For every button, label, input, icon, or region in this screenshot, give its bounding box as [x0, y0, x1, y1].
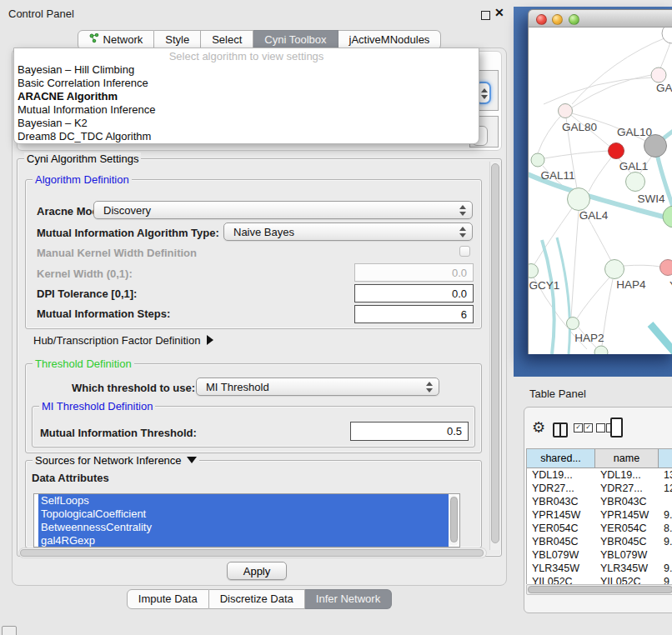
- network-edge[interactable]: [660, 42, 670, 68]
- network-view[interactable]: GALGAL80GAL10GAL1GAL11GAL4SWI4GCY1HAP4YH…: [528, 28, 672, 354]
- table-row[interactable]: YER054CYER054C8.: [527, 522, 672, 535]
- network-edge[interactable]: [544, 151, 609, 158]
- network-edge[interactable]: [534, 208, 572, 264]
- data-attributes-list[interactable]: SelfLoopsTopologicalCoefficientBetweenne…: [33, 493, 460, 548]
- data-attribute-item[interactable]: TopologicalCoefficient: [38, 508, 449, 521]
- mi-threshold-field[interactable]: 0.5: [350, 422, 469, 441]
- sources-group-title[interactable]: Sources for Network Inference: [33, 454, 199, 467]
- tab-discretize-data[interactable]: Discretize Data: [209, 589, 305, 609]
- close-traffic-light-icon[interactable]: [536, 14, 547, 25]
- network-node-label: HAP4: [616, 278, 646, 291]
- table-row[interactable]: YBR045CYBR045C9.: [527, 535, 672, 548]
- table-hscrollbar-thumb[interactable]: [528, 586, 672, 593]
- algorithm-popup-item[interactable]: Bayesian – K2: [14, 117, 479, 130]
- mi-type-label: Mutual Information Algorithm Type:: [37, 227, 219, 239]
- network-edge[interactable]: [544, 78, 652, 104]
- table-rows: YDL19...YDL19...13YDR27...YDR27...12YBR0…: [527, 468, 672, 584]
- network-node[interactable]: [605, 260, 624, 279]
- network-edge[interactable]: [542, 240, 554, 354]
- data-attribute-item[interactable]: SelfLoops: [38, 494, 449, 508]
- table-cell: 9: [659, 575, 672, 584]
- network-node-label: GAL11: [540, 169, 574, 182]
- table-column-header[interactable]: shared...: [527, 449, 595, 468]
- table-column-header[interactable]: name: [595, 449, 659, 468]
- table-row[interactable]: YBL079WYBL079W: [527, 548, 672, 562]
- algorithm-popup-item[interactable]: ARACNE Algorithm: [14, 90, 479, 103]
- network-window-titlebar[interactable]: [528, 9, 672, 28]
- settings-group-title: Cyni Algorithm Settings: [24, 152, 141, 165]
- select-all-checkbox-icon[interactable]: ✓: [574, 423, 583, 432]
- mi-type-value: Naive Bayes: [233, 226, 294, 238]
- float-window-icon[interactable]: [481, 11, 490, 20]
- mi-type-combo[interactable]: Naive Bayes: [223, 222, 473, 241]
- table-row[interactable]: YLR345WYLR345W9.: [527, 562, 672, 575]
- network-window[interactable]: GALGAL80GAL10GAL1GAL11GAL4SWI4GCY1HAP4YH…: [528, 9, 672, 354]
- network-node[interactable]: [663, 206, 672, 228]
- algorithm-popup-item[interactable]: Bayesian – Hill Climbing: [14, 63, 479, 77]
- data-attribute-item[interactable]: BetweennessCentrality: [38, 521, 449, 534]
- table-row[interactable]: YDL19...YDL19...13: [527, 468, 672, 482]
- table-panel-title: Table Panel: [529, 388, 586, 400]
- table-row[interactable]: YBR043CYBR043C: [527, 495, 672, 508]
- table-cell: YER054C: [527, 522, 595, 535]
- network-node[interactable]: [559, 104, 573, 118]
- network-edge[interactable]: [577, 278, 609, 318]
- node-table[interactable]: shared...nameA YDL19...YDL19...13YDR27..…: [526, 448, 672, 584]
- table-cell: 9.: [659, 508, 672, 522]
- network-edge[interactable]: [589, 157, 612, 192]
- table-row[interactable]: YDR27...YDR27...12: [527, 482, 672, 495]
- dpi-tolerance-field[interactable]: 0.0: [354, 284, 474, 302]
- manual-kernel-checkbox[interactable]: [459, 246, 470, 257]
- zoom-traffic-light-icon[interactable]: [569, 14, 579, 25]
- close-icon[interactable]: ✕: [494, 6, 504, 19]
- data-attribute-item[interactable]: gal4RGexp: [38, 534, 449, 548]
- table-cell: 12: [659, 482, 672, 495]
- settings-vscrollbar-thumb[interactable]: [491, 163, 499, 543]
- network-graph[interactable]: GALGAL80GAL10GAL1GAL11GAL4SWI4GCY1HAP4YH…: [529, 28, 672, 354]
- minimize-traffic-light-icon[interactable]: [552, 14, 563, 25]
- network-node[interactable]: [529, 264, 539, 278]
- table-row[interactable]: YIL052CYIL052C9: [527, 575, 672, 584]
- table-cell: YDR27...: [527, 482, 595, 495]
- kernel-width-field[interactable]: 0.0: [354, 263, 474, 282]
- network-node[interactable]: [609, 143, 624, 159]
- gear-icon[interactable]: ⚙: [532, 420, 545, 435]
- algorithm-popup-item[interactable]: Basic Correlation Inference: [14, 77, 479, 90]
- table-row[interactable]: YPR145WYPR145W9.: [527, 508, 672, 522]
- table-cell: YPR145W: [527, 508, 595, 522]
- network-node[interactable]: [660, 260, 672, 276]
- network-node-label: GAL: [656, 82, 672, 94]
- combo-arrows-icon: [459, 205, 466, 216]
- network-edge[interactable]: [650, 324, 672, 354]
- apply-button[interactable]: Apply: [227, 562, 287, 580]
- aracne-mode-combo[interactable]: Discovery: [93, 201, 473, 219]
- settings-hscrollbar-thumb[interactable]: [20, 549, 484, 557]
- column-layout-icon[interactable]: [553, 422, 568, 438]
- hub-definition-toggle[interactable]: Hub/Transcription Factor Definition: [33, 334, 213, 347]
- which-threshold-combo[interactable]: MI Threshold: [196, 378, 439, 396]
- tab-impute-data[interactable]: Impute Data: [127, 589, 209, 609]
- network-node[interactable]: [626, 172, 645, 192]
- attributes-scrollbar-thumb[interactable]: [450, 497, 458, 542]
- tab-infer-network[interactable]: Infer Network: [305, 589, 392, 609]
- network-node[interactable]: [567, 318, 579, 330]
- network-node[interactable]: [568, 188, 590, 211]
- select-all-checkbox-icon[interactable]: ✓: [584, 423, 593, 432]
- table-column-header[interactable]: A: [659, 449, 672, 468]
- algorithm-popup-item[interactable]: Dream8 DC_TDC Algorithm: [14, 130, 479, 143]
- algorithm-popup-item[interactable]: Mutual Information Inference: [14, 103, 479, 117]
- network-node[interactable]: [594, 346, 608, 354]
- table-header-row: shared...nameA: [527, 449, 672, 468]
- deselect-all-checkbox-icon[interactable]: [596, 423, 605, 432]
- network-node[interactable]: [662, 28, 672, 43]
- network-node-label: GAL80: [562, 121, 597, 133]
- collapsed-panel-button[interactable]: [2, 626, 17, 635]
- mi-steps-field[interactable]: 6: [354, 305, 474, 323]
- network-node[interactable]: [531, 153, 544, 167]
- network-node[interactable]: [651, 68, 666, 82]
- mi-threshold-label: Mutual Information Threshold:: [40, 427, 197, 439]
- network-edge[interactable]: [557, 238, 569, 354]
- table-cell: YDL19...: [527, 468, 595, 482]
- import-table-icon[interactable]: [610, 418, 623, 438]
- network-edge[interactable]: [624, 265, 660, 267]
